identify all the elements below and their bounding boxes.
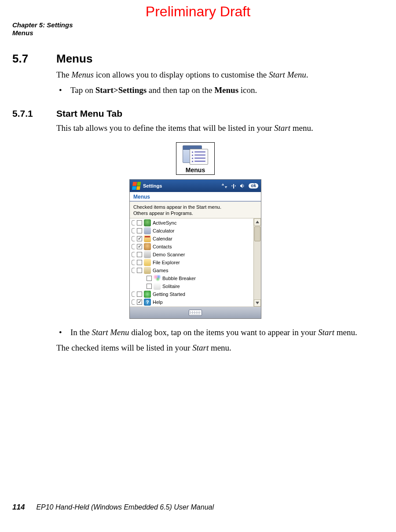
list-item[interactable]: Games (130, 266, 253, 274)
text: menu. (290, 123, 313, 133)
checkbox[interactable] (137, 228, 142, 233)
scroll-thumb[interactable] (254, 226, 260, 241)
app-icon (144, 227, 151, 234)
text: This tab allows you to define the items … (56, 123, 274, 133)
tree-connector-icon (132, 244, 135, 249)
tree-connector-icon (132, 236, 135, 241)
header-chapter: Chapter 5: Settings (12, 21, 73, 29)
checkbox[interactable] (137, 252, 142, 257)
tree-connector-icon (132, 252, 135, 257)
list-item-label: Getting Started (153, 292, 253, 297)
list-item[interactable]: File Explorer (130, 259, 253, 266)
keyboard-icon[interactable] (189, 310, 202, 316)
list-item[interactable]: ActiveSync (130, 219, 253, 227)
list-item-label: Help (153, 299, 253, 305)
screenshot-bottombar (130, 307, 261, 318)
strong: Start>Settings (95, 85, 147, 95)
tree-connector-icon (132, 260, 135, 265)
list-item[interactable]: Demo Scanner (130, 251, 253, 259)
app-icon (144, 259, 151, 266)
emphasis: Menus (71, 70, 94, 79)
list-item[interactable]: Bubble Breaker (130, 274, 253, 282)
app-icon (144, 243, 151, 250)
checkbox[interactable] (137, 220, 142, 225)
text: dialog box, tap on the items you want to… (129, 328, 319, 337)
app-icon (144, 267, 151, 274)
list-item-label: Demo Scanner (153, 252, 253, 257)
bullet-text: Tap on Start>Settings and then tap on th… (70, 85, 378, 96)
screenshot-title: Settings (143, 183, 219, 188)
emphasis: Start (274, 123, 290, 133)
section-5-7-1-intro: This tab allows you to define the items … (56, 122, 378, 134)
checkbox[interactable] (137, 260, 142, 265)
bullet-text: In the Start Menu dialog box, tap on the… (70, 327, 378, 339)
bullet-marker: • (56, 85, 70, 96)
checkbox[interactable] (137, 236, 142, 241)
emphasis: Start Menu (269, 70, 306, 79)
app-icon (154, 275, 161, 282)
list-item-label: Games (153, 268, 253, 273)
connectivity-icon (221, 183, 227, 188)
list-item-label: Calendar (153, 236, 253, 241)
page-footer: 114 EP10 Hand-Held (Windows Embedded 6.5… (12, 503, 214, 512)
emphasis: Start (192, 343, 209, 352)
after-figure-bullet: • In the Start Menu dialog box, tap on t… (56, 327, 378, 339)
screenshot-scrollbar[interactable] (253, 218, 261, 307)
volume-icon (240, 183, 245, 188)
page-number: 114 (12, 503, 25, 512)
desc-line2: Others appear in Programs. (133, 211, 257, 217)
text: icon allows you to display options to cu… (94, 70, 269, 79)
emphasis: Start Menu (92, 328, 129, 337)
text: The (56, 70, 71, 79)
text: menu. (209, 343, 231, 352)
app-icon (144, 251, 151, 258)
checkbox[interactable] (137, 299, 142, 305)
windows-logo-icon (132, 182, 141, 190)
checkbox[interactable] (137, 292, 142, 297)
text: and then tap on the (147, 85, 214, 95)
section-5-7-heading: 5.7 Menus (12, 52, 378, 66)
tree-connector-icon (132, 220, 135, 225)
section-5-7-bullet: • Tap on Start>Settings and then tap on … (56, 85, 378, 96)
menus-icon-figure: Menus (176, 142, 215, 175)
page-header: Chapter 5: Settings Menus (12, 21, 73, 37)
checkbox[interactable] (137, 244, 142, 249)
ok-button[interactable]: ok (249, 183, 258, 188)
svg-rect-0 (233, 184, 234, 188)
list-item[interactable]: Calculator (130, 227, 253, 235)
list-item-label: ActiveSync (153, 220, 253, 225)
settings-screenshot: Settings ok Menus Checked items appear (129, 179, 261, 319)
list-item-label: Calculator (153, 228, 253, 233)
checkbox[interactable] (147, 284, 152, 289)
scroll-track[interactable] (254, 225, 261, 299)
subsection-number: 5.7.1 (12, 108, 56, 119)
list-item[interactable]: Help (130, 298, 253, 306)
app-icon (144, 291, 151, 298)
checkbox[interactable] (137, 268, 142, 273)
section-5-7-intro: The Menus icon allows you to display opt… (56, 69, 378, 81)
list-item[interactable]: Contacts (130, 243, 253, 251)
scroll-up-button[interactable] (254, 218, 261, 225)
list-item-label: Contacts (153, 244, 253, 249)
strong: Menus (214, 85, 238, 95)
app-icon (144, 219, 151, 226)
desc-line1: Checked items appear in the Start menu. (133, 204, 257, 211)
section-5-7-1-heading: 5.7.1 Start Menu Tab (12, 108, 378, 119)
screenshot-tab-menus[interactable]: Menus (130, 192, 261, 202)
text: In the (70, 328, 92, 337)
after-figure-paragraph: The checked items will be listed in your… (56, 342, 378, 354)
checkbox[interactable] (147, 276, 152, 281)
tree-connector-icon (132, 268, 135, 273)
bullet-marker: • (56, 327, 70, 339)
menus-icon-label: Menus (186, 166, 205, 174)
scroll-down-button[interactable] (254, 299, 261, 307)
app-icon (144, 299, 151, 306)
app-icon (144, 235, 151, 242)
app-icon (154, 283, 161, 290)
list-item[interactable]: Calendar (130, 235, 253, 243)
tree-connector-icon (132, 292, 135, 297)
list-item[interactable]: Getting Started (130, 290, 253, 298)
screenshot-list: ActiveSyncCalculatorCalendarContactsDemo… (130, 218, 253, 307)
list-item[interactable]: Solitaire (130, 282, 253, 290)
header-section: Menus (12, 29, 73, 37)
